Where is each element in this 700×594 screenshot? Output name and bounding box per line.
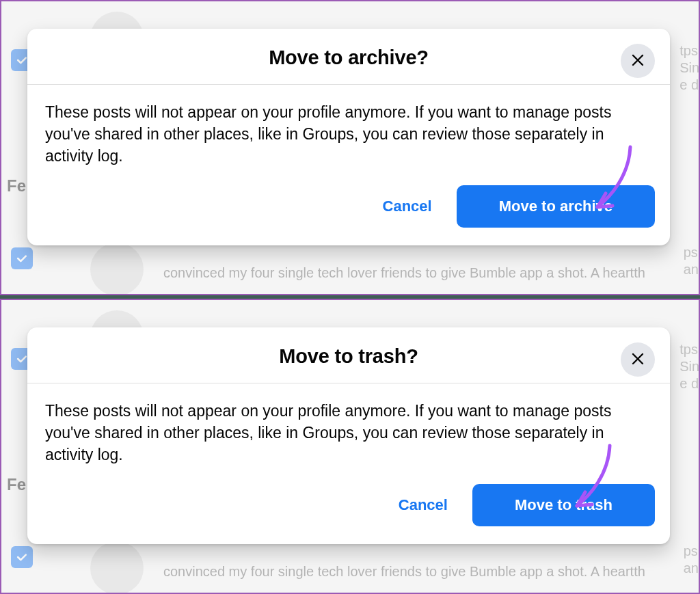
- avatar: [90, 541, 144, 594]
- dialog-title: Move to trash?: [41, 345, 656, 368]
- dialog-body: These posts will not appear on your prof…: [27, 383, 670, 472]
- close-button[interactable]: [621, 44, 655, 78]
- dialog-header: Move to archive?: [27, 29, 670, 85]
- dialog-header: Move to trash?: [27, 327, 670, 383]
- dialog-title: Move to archive?: [41, 46, 656, 69]
- bg-post-excerpt: convinced my four single tech lover frie…: [163, 563, 645, 580]
- sidebar-label-fragment: Fe: [7, 176, 26, 195]
- dialog-body-text: These posts will not appear on your prof…: [45, 400, 652, 466]
- dialog-body-text: These posts will not appear on your prof…: [45, 101, 652, 167]
- bg-right-snippet: tps://w Sing e dy: [679, 42, 700, 94]
- archive-dialog: Move to archive? These posts will not ap…: [27, 29, 670, 245]
- close-icon: [630, 52, 646, 70]
- move-to-trash-button[interactable]: Move to trash: [472, 484, 655, 526]
- cancel-button[interactable]: Cancel: [379, 488, 467, 522]
- cancel-button[interactable]: Cancel: [364, 189, 451, 224]
- bg-right-snippet-2: ps://w and e: [684, 543, 700, 577]
- bg-right-snippet-2: ps://w and e: [684, 244, 700, 278]
- bg-post-excerpt: convinced my four single tech lover frie…: [163, 264, 645, 282]
- bg-right-snippet: tps://w Sing e dy: [679, 341, 700, 392]
- close-icon: [630, 351, 646, 369]
- sidebar-label-fragment: Fe: [7, 475, 26, 494]
- checkbox-icon: [11, 546, 33, 568]
- trash-dialog: Move to trash? These posts will not appe…: [27, 327, 670, 544]
- avatar: [90, 243, 144, 295]
- close-button[interactable]: [621, 342, 655, 377]
- checkbox-icon: [11, 247, 33, 269]
- move-to-archive-button[interactable]: Move to archive: [457, 185, 655, 228]
- dialog-footer: Cancel Move to archive: [27, 173, 670, 245]
- screenshot-panel-archive: Fe Arshmeet K Hora was in iGeeksBlog tps…: [0, 0, 700, 295]
- dialog-body: These posts will not appear on your prof…: [27, 85, 670, 173]
- screenshot-panel-trash: Fe Arshmeet K Hora was in iGeeksBlog tps…: [0, 299, 700, 594]
- dialog-footer: Cancel Move to trash: [27, 472, 670, 544]
